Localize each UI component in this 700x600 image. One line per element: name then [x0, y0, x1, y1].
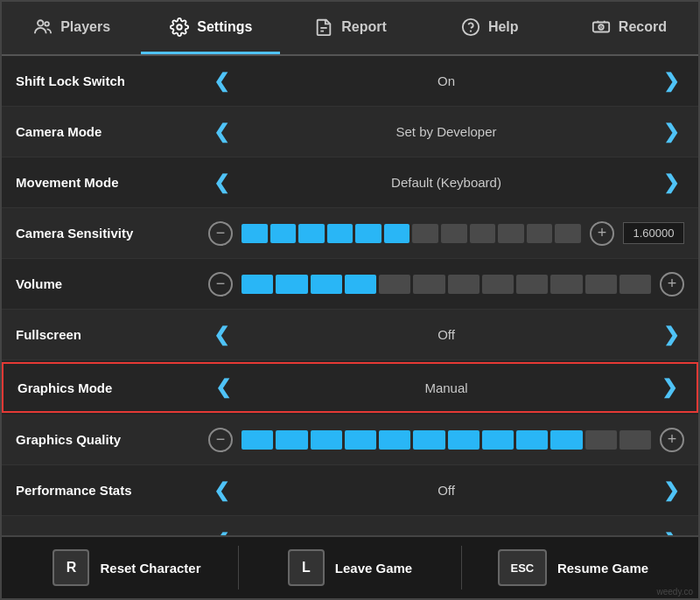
slider-segment-9 — [498, 224, 524, 243]
resume-key-badge: ESC — [498, 549, 547, 586]
leave-key-badge: L — [288, 549, 325, 586]
svg-point-2 — [177, 24, 182, 30]
slider-segment-6 — [412, 224, 438, 243]
slider-segment-9 — [550, 430, 582, 450]
nav-item-settings[interactable]: Settings — [141, 2, 280, 54]
slider-segment-10 — [585, 430, 617, 450]
setting-value-movement-mode: Default (Keyboard) — [243, 175, 649, 190]
setting-label-movement-mode: Movement Mode — [16, 175, 208, 190]
setting-row-graphics-quality: Graphics Quality−+ — [2, 415, 698, 465]
arrow-right-camera-mode[interactable]: ❯ — [658, 121, 684, 143]
setting-label-graphics-quality: Graphics Quality — [16, 432, 208, 447]
setting-label-performance-stats: Performance Stats — [16, 483, 208, 498]
arrow-right-movement-mode[interactable]: ❯ — [658, 171, 684, 194]
arrow-left-movement-mode[interactable]: ❮ — [208, 171, 234, 194]
main-container: Players Settings Report — [0, 0, 700, 600]
slider-segment-0 — [242, 430, 273, 450]
setting-control-shift-lock: ❮On❯ — [208, 70, 684, 93]
slider-segment-0 — [242, 275, 273, 294]
nav-bar: Players Settings Report — [2, 2, 698, 56]
slider-segment-0 — [242, 224, 268, 243]
setting-row-movement-mode: Movement Mode❮Default (Keyboard)❯ — [2, 157, 698, 208]
reset-character-label: Reset Character — [100, 561, 200, 576]
leave-game-button[interactable]: L Leave Game — [239, 549, 461, 586]
svg-point-1 — [45, 22, 49, 26]
arrow-right-shift-lock[interactable]: ❯ — [658, 70, 684, 93]
slider-segment-10 — [527, 224, 553, 243]
nav-item-record[interactable]: Record — [559, 2, 698, 54]
slider-segment-7 — [482, 430, 514, 450]
help-icon — [460, 17, 481, 38]
setting-control-fullscreen: ❮Off❯ — [208, 324, 684, 346]
bottom-bar: R Reset Character L Leave Game ESC Resum… — [2, 535, 698, 598]
slider-segment-11 — [620, 275, 651, 294]
setting-control-movement-mode: ❮Default (Keyboard)❯ — [208, 171, 684, 194]
slider-track-volume[interactable] — [242, 275, 651, 294]
slider-segment-5 — [384, 224, 410, 243]
slider-segment-3 — [327, 224, 354, 243]
slider-segment-1 — [270, 224, 297, 243]
reset-key-badge: R — [52, 549, 89, 586]
setting-control-volume: −+ — [208, 272, 684, 297]
slider-segment-8 — [516, 275, 548, 294]
plus-btn-camera-sensitivity[interactable]: + — [590, 221, 614, 246]
svg-point-0 — [38, 20, 43, 25]
slider-segment-5 — [413, 275, 444, 294]
arrow-right-graphics-mode[interactable]: ❯ — [656, 376, 682, 399]
slider-segment-10 — [585, 275, 617, 294]
slider-segment-4 — [379, 275, 410, 294]
setting-value-graphics-mode: Manual — [245, 380, 648, 395]
slider-segment-6 — [448, 275, 480, 294]
slider-track-camera-sensitivity[interactable] — [242, 224, 581, 243]
setting-row-camera-inverted: Camera Inverted❮Off❯ — [2, 516, 698, 535]
setting-value-shift-lock: On — [243, 73, 649, 88]
slider-segment-11 — [620, 430, 651, 450]
setting-control-camera-mode: ❮Set by Developer❯ — [208, 121, 684, 143]
slider-track-graphics-quality[interactable] — [242, 430, 651, 450]
nav-label-report: Report — [341, 19, 387, 35]
minus-btn-graphics-quality[interactable]: − — [208, 428, 233, 452]
setting-row-camera-sensitivity: Camera Sensitivity−+1.60000 — [2, 208, 698, 259]
nav-label-settings: Settings — [197, 19, 252, 35]
setting-control-performance-stats: ❮Off❯ — [208, 479, 684, 502]
nav-item-report[interactable]: Report — [280, 2, 419, 54]
slider-segment-3 — [345, 430, 376, 450]
nav-label-help: Help — [488, 19, 519, 35]
setting-label-camera-sensitivity: Camera Sensitivity — [16, 226, 208, 241]
slider-segment-2 — [298, 224, 325, 243]
setting-label-fullscreen: Fullscreen — [16, 327, 208, 342]
reset-character-button[interactable]: R Reset Character — [16, 549, 238, 586]
minus-btn-camera-sensitivity[interactable]: − — [208, 221, 233, 246]
arrow-left-fullscreen[interactable]: ❮ — [208, 324, 234, 346]
slider-segment-4 — [379, 430, 410, 450]
setting-control-graphics-mode: ❮Manual❯ — [210, 376, 682, 399]
setting-label-graphics-mode: Graphics Mode — [18, 380, 210, 395]
arrow-left-graphics-mode[interactable]: ❮ — [210, 376, 236, 399]
resume-game-button[interactable]: ESC Resume Game — [462, 549, 684, 586]
minus-btn-volume[interactable]: − — [208, 272, 233, 297]
arrow-left-camera-mode[interactable]: ❮ — [208, 121, 234, 143]
setting-value-camera-mode: Set by Developer — [243, 124, 649, 139]
arrow-left-performance-stats[interactable]: ❮ — [208, 479, 234, 502]
slider-segment-8 — [516, 430, 548, 450]
setting-value-performance-stats: Off — [243, 483, 649, 498]
leave-game-label: Leave Game — [335, 561, 412, 576]
watermark: weedy.co — [656, 587, 693, 597]
slider-segment-2 — [311, 275, 342, 294]
arrow-left-shift-lock[interactable]: ❮ — [208, 70, 234, 93]
plus-btn-volume[interactable]: + — [660, 272, 684, 297]
slider-segment-2 — [311, 430, 342, 450]
setting-value-fullscreen: Off — [243, 327, 649, 342]
resume-game-label: Resume Game — [557, 561, 648, 576]
nav-label-record: Record — [619, 19, 667, 35]
arrow-right-fullscreen[interactable]: ❯ — [658, 324, 684, 346]
arrow-right-performance-stats[interactable]: ❯ — [658, 479, 684, 502]
slider-segment-6 — [448, 430, 480, 450]
setting-label-shift-lock: Shift Lock Switch — [16, 73, 208, 88]
plus-btn-graphics-quality[interactable]: + — [660, 428, 684, 452]
report-icon — [313, 17, 334, 38]
nav-item-players[interactable]: Players — [2, 2, 141, 54]
setting-label-camera-mode: Camera Mode — [16, 124, 208, 139]
nav-item-help[interactable]: Help — [420, 2, 559, 54]
record-icon — [591, 17, 612, 38]
